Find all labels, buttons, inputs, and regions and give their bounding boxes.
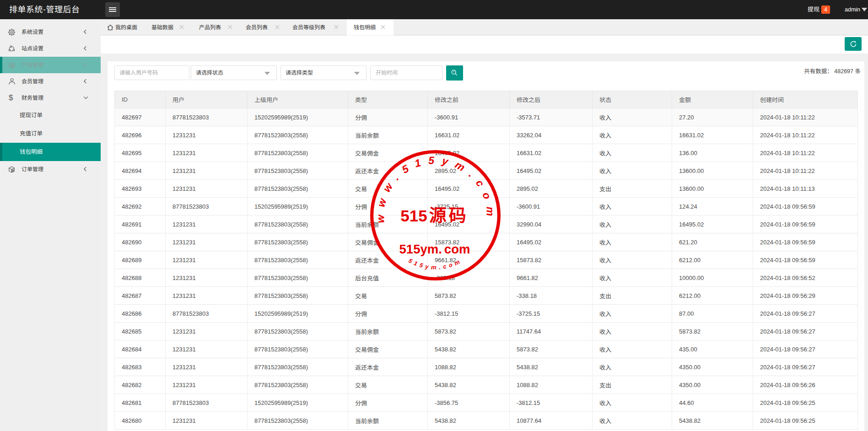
svg-text:515源码: 515源码 xyxy=(400,206,468,225)
svg-text:515ym.com: 515ym.com xyxy=(399,242,470,256)
svg-text:515ym.com: 515ym.com xyxy=(407,257,463,271)
